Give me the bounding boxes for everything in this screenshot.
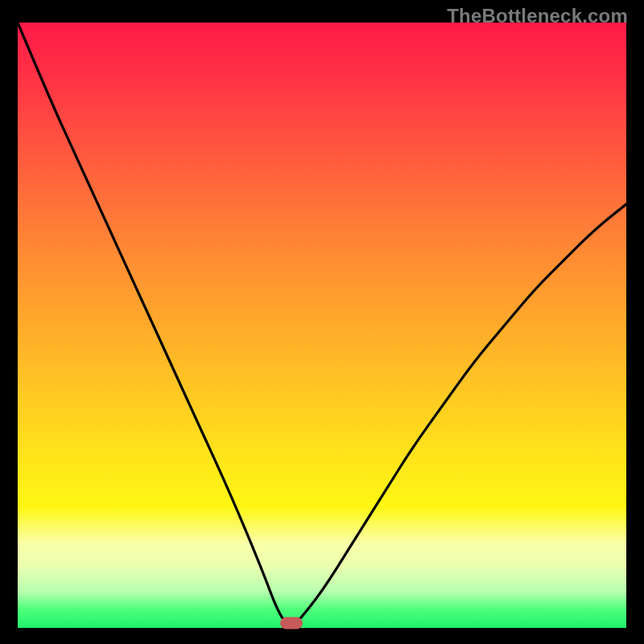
gradient-background: [18, 23, 626, 628]
chart-container: TheBottleneck.com: [0, 0, 644, 644]
optimum-marker: [280, 617, 303, 630]
plot-area: [18, 23, 626, 628]
